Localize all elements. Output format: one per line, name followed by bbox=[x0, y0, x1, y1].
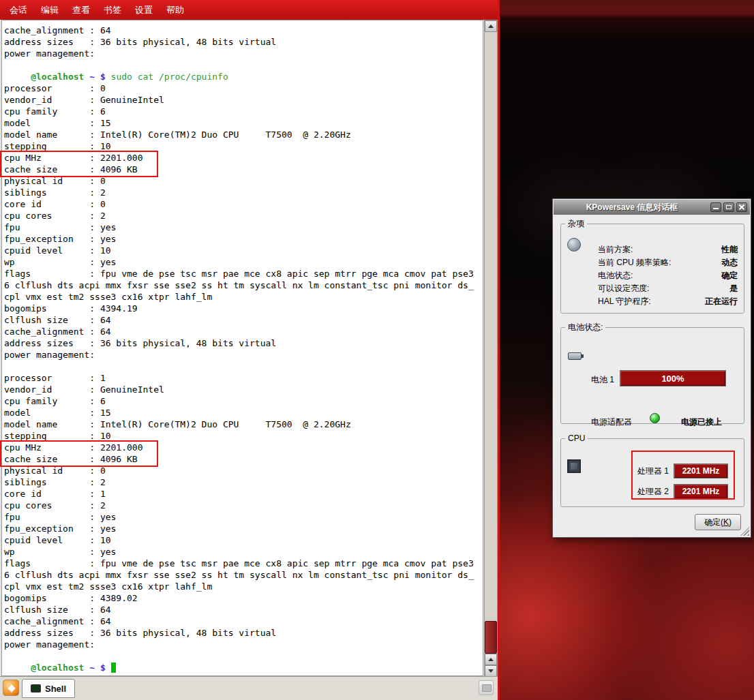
menu-item[interactable]: 帮助 bbox=[160, 1, 191, 20]
terminal-line: wp : yes bbox=[4, 256, 474, 268]
terminal-line: cpu cores : 2 bbox=[4, 210, 474, 222]
terminal-line: cpu MHz : 2201.000 bbox=[4, 442, 474, 453]
terminal-view[interactable]: cache_alignment : 64address sizes : 36 b… bbox=[1, 20, 483, 676]
scrollbar-thumb[interactable] bbox=[485, 621, 497, 654]
ok-label-end: ) bbox=[729, 517, 732, 527]
terminal-line: fpu : yes bbox=[4, 511, 474, 523]
terminal-line: vendor_id : GenuineIntel bbox=[4, 94, 474, 106]
battery-label: 电池 1 bbox=[591, 374, 614, 386]
terminal-line: cpu family : 6 bbox=[4, 106, 474, 117]
terminal-line: cpu MHz : 2201.000 bbox=[4, 152, 474, 164]
terminal-line: address sizes : 36 bits physical, 48 bit… bbox=[4, 36, 474, 48]
menu-item[interactable]: 书签 bbox=[97, 1, 128, 20]
terminal-line: model : 15 bbox=[4, 117, 474, 129]
cpu-group: CPU 处理器 12201 MHz处理器 22201 MHz bbox=[560, 433, 744, 507]
info-row: 可以设定亮度:是 bbox=[598, 282, 738, 295]
tab-shell[interactable]: Shell bbox=[22, 679, 75, 698]
battery-icon bbox=[568, 352, 582, 360]
menu-item[interactable]: 设置 bbox=[128, 1, 160, 20]
menu-item[interactable]: 编辑 bbox=[34, 1, 65, 20]
terminal-line: cpuid level : 10 bbox=[4, 534, 474, 546]
screen: 会话编辑查看书签设置帮助 cache_alignment : 64address… bbox=[0, 0, 754, 700]
cpu-group-legend: CPU bbox=[565, 433, 588, 443]
terminal-line: address sizes : 36 bits physical, 48 bit… bbox=[4, 627, 474, 639]
terminal-line: 6 clflush dts acpi mmx fxsr sse sse2 ss … bbox=[4, 569, 474, 581]
terminal-scrollbar[interactable] bbox=[484, 20, 498, 676]
terminal-line: @localhost ~ $ bbox=[4, 662, 474, 673]
terminal-line: physical id : 0 bbox=[4, 465, 474, 476]
terminal-line: core id : 0 bbox=[4, 198, 474, 210]
terminal-line: cache size : 4096 KB bbox=[4, 164, 474, 175]
terminal-line: processor : 1 bbox=[4, 372, 474, 384]
dialog-title: KPowersave 信息对话框 bbox=[554, 202, 710, 213]
cpu-frequency-bar: 2201 MHz bbox=[674, 484, 728, 499]
terminal-line: flags : fpu vme de pse tsc msr pae mce c… bbox=[4, 268, 474, 279]
scroll-up-button-bottom[interactable] bbox=[485, 654, 497, 665]
terminal-line: address sizes : 36 bits physical, 48 bit… bbox=[4, 337, 474, 349]
terminal-line: @localhost ~ $ sudo cat /proc/cpuinfo bbox=[4, 71, 474, 82]
terminal-line: processor : 0 bbox=[4, 82, 474, 94]
cpu-row: 处理器 22201 MHz bbox=[637, 484, 728, 499]
cpu-row: 处理器 12201 MHz bbox=[637, 463, 728, 478]
terminal-line: cache_alignment : 64 bbox=[4, 615, 474, 627]
ac-online-led-icon bbox=[650, 413, 660, 423]
terminal-line: cache_alignment : 64 bbox=[4, 326, 474, 337]
ok-button[interactable]: 确定(K) bbox=[695, 514, 741, 530]
arrow-down-icon bbox=[488, 669, 494, 673]
terminal-line: model name : Intel(R) Core(TM)2 Duo CPU … bbox=[4, 419, 474, 430]
terminal-line: power management: bbox=[4, 48, 474, 59]
scroll-up-button[interactable] bbox=[485, 20, 497, 32]
cpu-icon bbox=[567, 459, 581, 473]
terminal-line: 6 clflush dts acpi mmx fxsr sse sse2 ss … bbox=[4, 279, 474, 291]
terminal-line bbox=[4, 59, 474, 71]
terminal-line: bogomips : 4389.02 bbox=[4, 592, 474, 604]
terminal-line: cpu cores : 2 bbox=[4, 500, 474, 511]
terminal-icon bbox=[31, 684, 41, 693]
new-session-button[interactable] bbox=[3, 680, 19, 696]
terminal-line: cache size : 4096 KB bbox=[4, 453, 474, 465]
terminal-line: cpuid level : 10 bbox=[4, 245, 474, 256]
tab-label: Shell bbox=[45, 684, 66, 694]
terminal-line: cpu family : 6 bbox=[4, 395, 474, 407]
terminal-line bbox=[4, 650, 474, 662]
dialog-titlebar[interactable]: KPowersave 信息对话框 bbox=[554, 200, 750, 215]
terminal-output: cache_alignment : 64address sizes : 36 b… bbox=[4, 25, 474, 673]
terminal-line: vendor_id : GenuineIntel bbox=[4, 384, 474, 395]
ac-adapter-status: 电源已接上 bbox=[681, 416, 722, 428]
terminal-line: core id : 1 bbox=[4, 488, 474, 500]
terminal-line: clflush size : 64 bbox=[4, 314, 474, 326]
terminal-line: fpu_exception : yes bbox=[4, 523, 474, 534]
battery-level-bar: 100% bbox=[620, 370, 726, 386]
info-row: HAL 守护程序:正在运行 bbox=[598, 295, 738, 308]
cpu-frequency-bar: 2201 MHz bbox=[674, 463, 728, 478]
resize-grip[interactable] bbox=[740, 527, 749, 536]
terminal-line: fpu : yes bbox=[4, 222, 474, 233]
terminal-line: cpl vmx est tm2 ssse3 cx16 xtpr lahf_lm bbox=[4, 291, 474, 303]
terminal-line: model name : Intel(R) Core(TM)2 Duo CPU … bbox=[4, 129, 474, 140]
terminal-line bbox=[4, 361, 474, 372]
misc-group-legend: 杂项 bbox=[565, 218, 587, 230]
ok-accel: K bbox=[723, 517, 729, 527]
info-row: 电池状态:确定 bbox=[598, 269, 738, 282]
session-list-button[interactable] bbox=[479, 680, 494, 695]
terminal-line: power management: bbox=[4, 349, 474, 361]
kpowersave-icon bbox=[567, 238, 581, 252]
terminal-menubar: 会话编辑查看书签设置帮助 bbox=[0, 0, 498, 20]
terminal-line: clflush size : 64 bbox=[4, 604, 474, 615]
menu-item[interactable]: 会话 bbox=[3, 1, 34, 20]
terminal-line: stepping : 10 bbox=[4, 430, 474, 442]
minimize-icon[interactable] bbox=[710, 202, 721, 212]
menu-item[interactable]: 查看 bbox=[65, 1, 97, 20]
scroll-down-button[interactable] bbox=[485, 665, 497, 677]
terminal-line: wp : yes bbox=[4, 546, 474, 558]
maximize-icon[interactable] bbox=[723, 202, 734, 212]
ok-label: 确定( bbox=[704, 517, 723, 527]
terminal-line: siblings : 2 bbox=[4, 187, 474, 198]
misc-rows: 当前方案:性能当前 CPU 频率策略:动态电池状态:确定可以设定亮度:是HAL … bbox=[598, 243, 738, 308]
info-row: 当前方案:性能 bbox=[598, 243, 738, 256]
terminal-window: 会话编辑查看书签设置帮助 cache_alignment : 64address… bbox=[0, 0, 500, 700]
cpu-rows: 处理器 12201 MHz处理器 22201 MHz bbox=[637, 463, 728, 504]
info-row: 当前 CPU 频率策略:动态 bbox=[598, 256, 738, 269]
close-icon[interactable] bbox=[736, 202, 747, 212]
terminal-tabbar: Shell bbox=[0, 676, 498, 700]
